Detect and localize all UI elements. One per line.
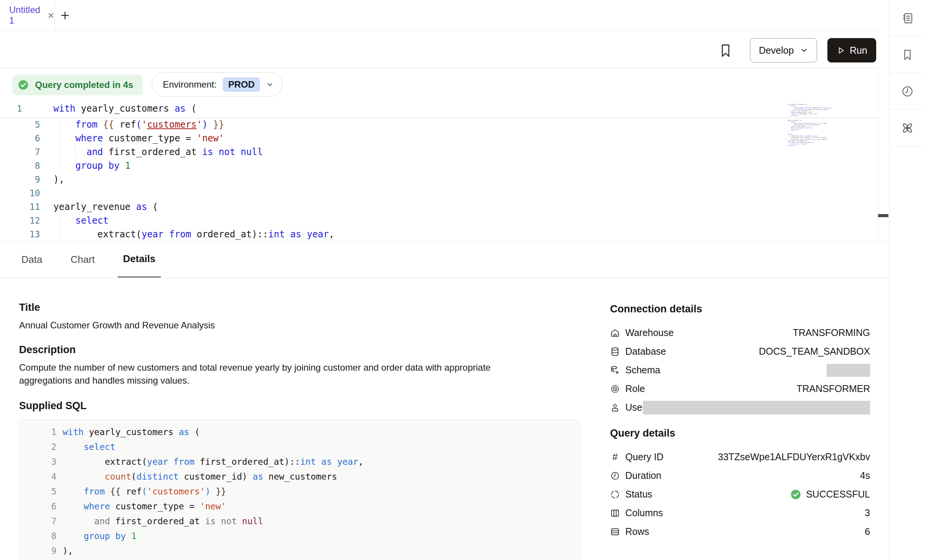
- sidebar-button-bookmarks[interactable]: [890, 37, 925, 73]
- indent-guide: [60, 117, 61, 172]
- row-label-group: Schema: [610, 365, 660, 376]
- row-value: SUCCESSFUL: [790, 489, 873, 500]
- play-icon: [837, 46, 845, 55]
- new-tab-button[interactable]: [58, 8, 72, 22]
- line-number: 5: [0, 120, 40, 130]
- status-icon: [610, 490, 620, 499]
- bookmark-button[interactable]: [719, 43, 733, 58]
- run-button[interactable]: Run: [827, 38, 876, 62]
- history-icon: [901, 85, 914, 98]
- rows-icon: [610, 527, 620, 537]
- code-text: count(distinct customer_id) as new_custo…: [63, 472, 337, 482]
- chevron-down-icon: [800, 46, 808, 54]
- row-label-group: Rows: [610, 526, 649, 537]
- code-text: and first_ordered_at is not null: [53, 147, 263, 157]
- code-text: and first_ordered_at is not null: [63, 516, 263, 526]
- sidebar-button-history[interactable]: [890, 73, 925, 110]
- code-line-9[interactable]: 9),: [0, 173, 878, 186]
- ref-link[interactable]: customers: [147, 119, 197, 130]
- row-value-text: TRANSFORMER: [797, 383, 870, 394]
- description-value: Compute the number of new customers and …: [19, 361, 541, 387]
- row-value: [827, 364, 873, 377]
- code-line-5[interactable]: 5 from {{ ref('customers') }}: [0, 118, 878, 131]
- line-number: 4: [19, 472, 56, 482]
- row-label: Columns: [625, 507, 663, 518]
- row-label-group: Role: [610, 383, 645, 394]
- code-text: where customer_type = 'new': [53, 133, 224, 144]
- code-line-6: 6 where customer_type = 'new': [19, 499, 580, 514]
- line-number: 9: [19, 546, 56, 556]
- app-window: Untitled 1 Develop Run: [0, 0, 925, 560]
- tab-untitled-1[interactable]: Untitled 1: [0, 0, 55, 30]
- details-panel: Title Annual Customer Growth and Revenue…: [0, 278, 888, 560]
- indent-guide: [60, 213, 61, 241]
- row-value-text: TRANSFORMING: [793, 327, 870, 338]
- line-number: 10: [0, 188, 40, 198]
- tab-bar: Untitled 1: [0, 0, 888, 30]
- code-text: where customer_type = 'new': [63, 501, 226, 511]
- connection-row-user: User: [610, 398, 873, 417]
- query-status-pill: Query completed in 4s: [12, 75, 143, 95]
- line-number: 8: [19, 531, 56, 541]
- code-line-13[interactable]: 13 extract(year from ordered_at)::int as…: [0, 227, 878, 241]
- code-line-9: 9),: [19, 543, 580, 558]
- row-value: DOCS_TEAM_SANDBOX: [759, 346, 873, 357]
- editor-scrollbar-thumb[interactable]: [878, 214, 888, 217]
- code-line-5: 5 from {{ ref('customers') }}: [19, 484, 580, 499]
- tab-details[interactable]: Details: [118, 242, 161, 278]
- row-label: Rows: [625, 526, 649, 537]
- row-value-text: 4s: [860, 470, 870, 481]
- plus-icon: [60, 10, 70, 21]
- connection-details-rows: WarehouseTRANSFORMINGDatabaseDOCS_TEAM_S…: [610, 323, 873, 417]
- details-right-column: Connection details WarehouseTRANSFORMING…: [610, 278, 873, 541]
- close-icon[interactable]: [47, 12, 55, 19]
- tab-chart[interactable]: Chart: [65, 242, 100, 278]
- notebook-icon: [901, 12, 914, 25]
- code-line-12[interactable]: 12 select: [0, 214, 878, 227]
- schema-icon: [610, 365, 620, 375]
- query-row-query-id: #Query ID33TZseWpe1ALFDUYerxR1gVKxbv: [610, 448, 873, 466]
- bookmark-icon: [901, 48, 914, 61]
- code-text: group by 1: [63, 531, 137, 541]
- sidebar-button-copilot[interactable]: [890, 110, 925, 146]
- tab-data[interactable]: Data: [16, 242, 48, 278]
- title-value: Annual Customer Growth and Revenue Analy…: [19, 319, 581, 332]
- supplied-sql-heading: Supplied SQL: [19, 400, 581, 412]
- sql-editor[interactable]: 1with yearly_customers as (5 from {{ ref…: [0, 100, 878, 241]
- ref-link[interactable]: customers: [152, 486, 200, 496]
- develop-dropdown[interactable]: Develop: [750, 38, 817, 62]
- line-number: 6: [0, 133, 40, 143]
- row-value-text: SUCCESSFUL: [806, 489, 870, 500]
- code-line-7[interactable]: 7 and first_ordered_at is not null: [0, 145, 878, 159]
- environment-selector[interactable]: Environment: PROD: [152, 72, 283, 97]
- query-details-heading: Query details: [610, 427, 873, 439]
- row-label-group: Status: [610, 489, 652, 500]
- indent-guide: [75, 145, 75, 158]
- row-value: 3: [865, 507, 873, 518]
- code-text: select: [53, 215, 109, 226]
- line-number: 11: [0, 202, 40, 212]
- duration-icon: [610, 471, 620, 481]
- code-line-1: 1with yearly_customers as (: [19, 424, 580, 439]
- code-line-6[interactable]: 6 where customer_type = 'new': [0, 131, 878, 145]
- hash-icon: #: [610, 452, 620, 462]
- code-text: ),: [53, 174, 64, 185]
- code-line-11[interactable]: 11yearly_revenue as (: [0, 200, 878, 214]
- code-line-10[interactable]: 10: [0, 186, 878, 200]
- redacted-value: [827, 364, 870, 377]
- row-label-group: Database: [610, 346, 666, 357]
- code-text: with yearly_customers as (: [53, 103, 197, 114]
- row-label-group: User: [610, 402, 643, 413]
- chevron-down-icon: [266, 81, 274, 88]
- code-text: extract(year from ordered_at)::int as ye…: [53, 229, 334, 240]
- code-line-1[interactable]: 1with yearly_customers as (: [0, 100, 878, 118]
- environment-label: Environment:: [163, 79, 217, 90]
- row-label: Database: [625, 346, 666, 357]
- minimap[interactable]: with yearly_customers as ( select extrac…: [788, 104, 835, 147]
- sidebar-button-notebook[interactable]: [890, 0, 925, 37]
- row-value-text: 6: [865, 526, 870, 537]
- query-row-columns: Columns3: [610, 504, 873, 522]
- code-text: with yearly_customers as (: [63, 427, 200, 437]
- connection-row-warehouse: WarehouseTRANSFORMING: [610, 323, 873, 342]
- code-line-8[interactable]: 8 group by 1: [0, 159, 878, 173]
